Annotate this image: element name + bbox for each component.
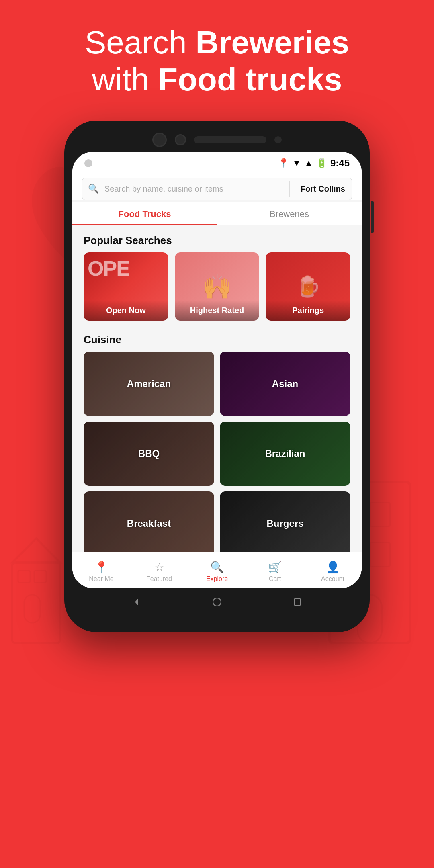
tab-breweries[interactable]: Breweries	[217, 202, 362, 225]
cuisine-breakfast-label: Breakfast	[84, 491, 214, 556]
hero-line1: Search Breweries	[0, 24, 434, 61]
location-selector[interactable]: Fort Collins	[294, 179, 352, 199]
svg-rect-4	[370, 542, 390, 567]
explore-icon: 🔍	[210, 561, 224, 574]
tabs-row: Food Trucks Breweries	[72, 202, 362, 225]
back-button[interactable]	[131, 596, 143, 608]
highest-rated-label: Highest Rated	[175, 300, 260, 321]
svg-point-11	[213, 598, 221, 606]
popular-searches-grid: OPE Open Now 🙌 Highest Rated 🍺 Pairings	[72, 252, 362, 325]
open-now-bg-text: OPE	[88, 256, 129, 280]
svg-rect-2	[370, 502, 390, 526]
bottom-nav: 📍 Near Me ☆ Featured 🔍 Explore 🛒 Cart 👤	[72, 552, 362, 588]
nav-account[interactable]: 👤 Account	[304, 557, 362, 583]
cuisine-bbq-label: BBQ	[84, 422, 214, 486]
search-input[interactable]: Search by name, cuisine or items	[104, 179, 285, 199]
cuisine-brazilian-label: Brazilian	[220, 422, 350, 486]
popular-searches-title: Popular Searches	[72, 225, 362, 252]
svg-rect-12	[294, 599, 301, 605]
account-label: Account	[321, 575, 344, 583]
explore-label: Explore	[206, 575, 228, 583]
cuisine-title: Cuisine	[72, 325, 362, 352]
wifi-icon: ▼	[292, 158, 301, 168]
nav-near-me[interactable]: 📍 Near Me	[72, 557, 130, 583]
cuisine-breakfast[interactable]: Breakfast	[84, 491, 214, 556]
hero-line2: with Food trucks	[0, 61, 434, 98]
hero-section: Search Breweries with Food trucks	[0, 24, 434, 98]
cuisine-bbq[interactable]: BBQ	[84, 422, 214, 486]
phone-screen: 📍 ▼ ▲ 🔋 9:45 🔍 Search by name, cuisine o…	[72, 152, 362, 588]
near-me-label: Near Me	[89, 575, 113, 583]
camera-secondary	[175, 134, 186, 145]
status-dot	[84, 159, 92, 167]
svg-rect-6	[12, 563, 60, 643]
open-now-label: Open Now	[84, 300, 168, 321]
cuisine-american-label: American	[84, 352, 214, 416]
location-icon: 📍	[278, 158, 289, 168]
signal-icon: ▲	[304, 158, 313, 168]
power-button	[371, 201, 374, 233]
svg-rect-9	[34, 571, 46, 583]
status-icons: 📍 ▼ ▲ 🔋 9:45	[278, 158, 350, 169]
svg-marker-10	[135, 599, 138, 605]
cart-label: Cart	[269, 575, 281, 583]
popular-card-highest-rated[interactable]: 🙌 Highest Rated	[175, 252, 260, 321]
tab-food-trucks[interactable]: Food Trucks	[72, 202, 217, 225]
search-icon: 🔍	[82, 178, 104, 200]
status-time: 9:45	[330, 158, 350, 169]
recents-button[interactable]	[291, 596, 303, 608]
cart-icon: 🛒	[268, 561, 282, 574]
cuisine-burgers-label: Burgers	[220, 491, 350, 556]
status-bar: 📍 ▼ ▲ 🔋 9:45	[72, 152, 362, 172]
svg-rect-7	[24, 595, 40, 623]
nav-cart[interactable]: 🛒 Cart	[246, 557, 304, 583]
cuisine-american[interactable]: American	[84, 352, 214, 416]
home-button[interactable]	[211, 596, 223, 608]
speaker	[194, 136, 266, 143]
search-bar-container: 🔍 Search by name, cuisine or items Fort …	[72, 172, 362, 200]
pairings-label: Pairings	[266, 300, 350, 321]
content-area: Popular Searches OPE Open Now 🙌 Highest …	[72, 225, 362, 588]
account-icon: 👤	[326, 561, 340, 574]
nav-featured[interactable]: ☆ Featured	[130, 557, 188, 583]
phone-camera-bar	[72, 133, 362, 147]
featured-icon: ☆	[154, 561, 164, 574]
battery-icon: 🔋	[316, 158, 327, 168]
cuisine-brazilian[interactable]: Brazilian	[220, 422, 350, 486]
nav-explore[interactable]: 🔍 Explore	[188, 557, 246, 583]
phone-body: 📍 ▼ ▲ 🔋 9:45 🔍 Search by name, cuisine o…	[64, 121, 370, 632]
sensor	[274, 136, 282, 143]
cuisine-asian[interactable]: Asian	[220, 352, 350, 416]
phone-mockup: 📍 ▼ ▲ 🔋 9:45 🔍 Search by name, cuisine o…	[64, 121, 370, 632]
search-divider	[289, 181, 290, 197]
cuisine-burgers[interactable]: Burgers	[220, 491, 350, 556]
svg-rect-8	[18, 571, 30, 583]
featured-label: Featured	[146, 575, 172, 583]
cuisine-asian-label: Asian	[220, 352, 350, 416]
near-me-icon: 📍	[94, 561, 108, 574]
phone-android-nav	[72, 588, 362, 612]
popular-card-open-now[interactable]: OPE Open Now	[84, 252, 168, 321]
popular-card-pairings[interactable]: 🍺 Pairings	[266, 252, 350, 321]
cuisine-grid: American Asian BBQ Brazilian Breakfast	[72, 352, 362, 556]
camera-main	[152, 133, 167, 147]
search-bar[interactable]: 🔍 Search by name, cuisine or items Fort …	[82, 178, 352, 200]
